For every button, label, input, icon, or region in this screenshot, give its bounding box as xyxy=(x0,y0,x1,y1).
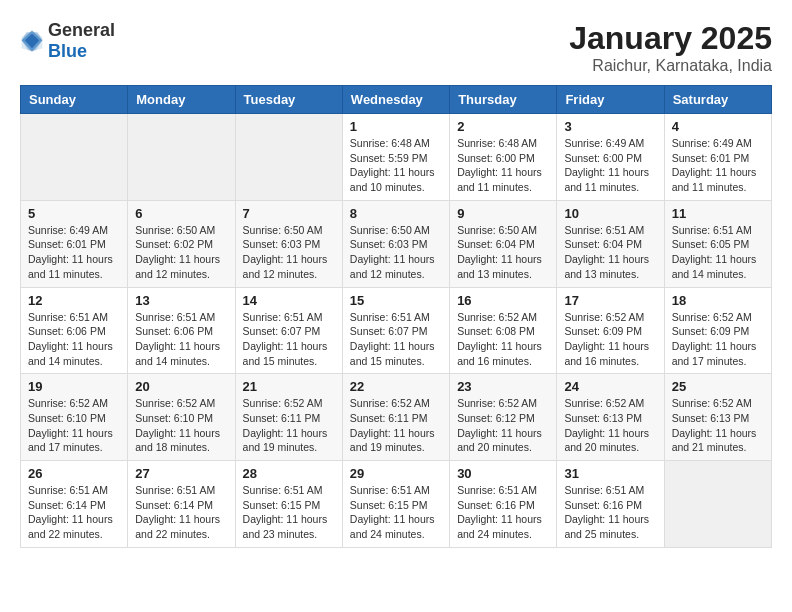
calendar-cell: 22Sunrise: 6:52 AM Sunset: 6:11 PM Dayli… xyxy=(342,374,449,461)
calendar-cell: 9Sunrise: 6:50 AM Sunset: 6:04 PM Daylig… xyxy=(450,200,557,287)
calendar-cell: 6Sunrise: 6:50 AM Sunset: 6:02 PM Daylig… xyxy=(128,200,235,287)
weekday-header-row: SundayMondayTuesdayWednesdayThursdayFrid… xyxy=(21,86,772,114)
calendar-body: 1Sunrise: 6:48 AM Sunset: 5:59 PM Daylig… xyxy=(21,114,772,548)
calendar-cell: 4Sunrise: 6:49 AM Sunset: 6:01 PM Daylig… xyxy=(664,114,771,201)
day-number: 26 xyxy=(28,466,120,481)
day-info: Sunrise: 6:48 AM Sunset: 5:59 PM Dayligh… xyxy=(350,136,442,195)
day-info: Sunrise: 6:52 AM Sunset: 6:09 PM Dayligh… xyxy=(672,310,764,369)
calendar-cell xyxy=(128,114,235,201)
calendar-cell: 18Sunrise: 6:52 AM Sunset: 6:09 PM Dayli… xyxy=(664,287,771,374)
day-info: Sunrise: 6:51 AM Sunset: 6:07 PM Dayligh… xyxy=(350,310,442,369)
day-info: Sunrise: 6:49 AM Sunset: 6:01 PM Dayligh… xyxy=(672,136,764,195)
calendar-cell: 15Sunrise: 6:51 AM Sunset: 6:07 PM Dayli… xyxy=(342,287,449,374)
calendar-cell: 31Sunrise: 6:51 AM Sunset: 6:16 PM Dayli… xyxy=(557,461,664,548)
calendar-week-3: 12Sunrise: 6:51 AM Sunset: 6:06 PM Dayli… xyxy=(21,287,772,374)
day-number: 13 xyxy=(135,293,227,308)
day-info: Sunrise: 6:51 AM Sunset: 6:14 PM Dayligh… xyxy=(135,483,227,542)
day-number: 4 xyxy=(672,119,764,134)
logo-icon xyxy=(20,29,44,53)
calendar-cell: 29Sunrise: 6:51 AM Sunset: 6:15 PM Dayli… xyxy=(342,461,449,548)
calendar-cell xyxy=(21,114,128,201)
calendar-cell: 28Sunrise: 6:51 AM Sunset: 6:15 PM Dayli… xyxy=(235,461,342,548)
day-number: 25 xyxy=(672,379,764,394)
day-info: Sunrise: 6:52 AM Sunset: 6:10 PM Dayligh… xyxy=(28,396,120,455)
day-number: 27 xyxy=(135,466,227,481)
calendar-cell: 21Sunrise: 6:52 AM Sunset: 6:11 PM Dayli… xyxy=(235,374,342,461)
location-title: Raichur, Karnataka, India xyxy=(569,57,772,75)
day-info: Sunrise: 6:51 AM Sunset: 6:15 PM Dayligh… xyxy=(350,483,442,542)
day-info: Sunrise: 6:49 AM Sunset: 6:01 PM Dayligh… xyxy=(28,223,120,282)
logo-general: General xyxy=(48,20,115,40)
day-number: 30 xyxy=(457,466,549,481)
calendar-cell: 16Sunrise: 6:52 AM Sunset: 6:08 PM Dayli… xyxy=(450,287,557,374)
day-info: Sunrise: 6:51 AM Sunset: 6:15 PM Dayligh… xyxy=(243,483,335,542)
day-info: Sunrise: 6:50 AM Sunset: 6:04 PM Dayligh… xyxy=(457,223,549,282)
day-number: 24 xyxy=(564,379,656,394)
day-info: Sunrise: 6:50 AM Sunset: 6:03 PM Dayligh… xyxy=(350,223,442,282)
weekday-header-thursday: Thursday xyxy=(450,86,557,114)
day-info: Sunrise: 6:51 AM Sunset: 6:06 PM Dayligh… xyxy=(28,310,120,369)
day-number: 2 xyxy=(457,119,549,134)
day-info: Sunrise: 6:52 AM Sunset: 6:11 PM Dayligh… xyxy=(350,396,442,455)
day-info: Sunrise: 6:51 AM Sunset: 6:16 PM Dayligh… xyxy=(564,483,656,542)
weekday-header-monday: Monday xyxy=(128,86,235,114)
logo: General Blue xyxy=(20,20,115,62)
day-number: 31 xyxy=(564,466,656,481)
month-title: January 2025 xyxy=(569,20,772,57)
day-info: Sunrise: 6:48 AM Sunset: 6:00 PM Dayligh… xyxy=(457,136,549,195)
day-number: 15 xyxy=(350,293,442,308)
weekday-header-wednesday: Wednesday xyxy=(342,86,449,114)
day-info: Sunrise: 6:52 AM Sunset: 6:10 PM Dayligh… xyxy=(135,396,227,455)
weekday-header-friday: Friday xyxy=(557,86,664,114)
calendar-cell: 12Sunrise: 6:51 AM Sunset: 6:06 PM Dayli… xyxy=(21,287,128,374)
title-area: January 2025 Raichur, Karnataka, India xyxy=(569,20,772,75)
calendar-cell: 17Sunrise: 6:52 AM Sunset: 6:09 PM Dayli… xyxy=(557,287,664,374)
day-info: Sunrise: 6:52 AM Sunset: 6:09 PM Dayligh… xyxy=(564,310,656,369)
day-number: 21 xyxy=(243,379,335,394)
day-number: 18 xyxy=(672,293,764,308)
calendar-cell: 20Sunrise: 6:52 AM Sunset: 6:10 PM Dayli… xyxy=(128,374,235,461)
calendar-cell: 2Sunrise: 6:48 AM Sunset: 6:00 PM Daylig… xyxy=(450,114,557,201)
calendar-cell: 10Sunrise: 6:51 AM Sunset: 6:04 PM Dayli… xyxy=(557,200,664,287)
day-info: Sunrise: 6:52 AM Sunset: 6:08 PM Dayligh… xyxy=(457,310,549,369)
calendar-cell: 25Sunrise: 6:52 AM Sunset: 6:13 PM Dayli… xyxy=(664,374,771,461)
day-number: 7 xyxy=(243,206,335,221)
calendar-cell: 1Sunrise: 6:48 AM Sunset: 5:59 PM Daylig… xyxy=(342,114,449,201)
day-number: 5 xyxy=(28,206,120,221)
calendar-cell: 23Sunrise: 6:52 AM Sunset: 6:12 PM Dayli… xyxy=(450,374,557,461)
calendar-cell: 27Sunrise: 6:51 AM Sunset: 6:14 PM Dayli… xyxy=(128,461,235,548)
calendar-week-1: 1Sunrise: 6:48 AM Sunset: 5:59 PM Daylig… xyxy=(21,114,772,201)
day-info: Sunrise: 6:51 AM Sunset: 6:16 PM Dayligh… xyxy=(457,483,549,542)
day-info: Sunrise: 6:51 AM Sunset: 6:06 PM Dayligh… xyxy=(135,310,227,369)
calendar-cell: 3Sunrise: 6:49 AM Sunset: 6:00 PM Daylig… xyxy=(557,114,664,201)
day-number: 19 xyxy=(28,379,120,394)
calendar-cell: 24Sunrise: 6:52 AM Sunset: 6:13 PM Dayli… xyxy=(557,374,664,461)
calendar-cell: 30Sunrise: 6:51 AM Sunset: 6:16 PM Dayli… xyxy=(450,461,557,548)
day-info: Sunrise: 6:49 AM Sunset: 6:00 PM Dayligh… xyxy=(564,136,656,195)
day-number: 3 xyxy=(564,119,656,134)
day-number: 1 xyxy=(350,119,442,134)
calendar-cell xyxy=(664,461,771,548)
day-info: Sunrise: 6:52 AM Sunset: 6:13 PM Dayligh… xyxy=(564,396,656,455)
day-number: 17 xyxy=(564,293,656,308)
day-number: 22 xyxy=(350,379,442,394)
calendar-cell: 13Sunrise: 6:51 AM Sunset: 6:06 PM Dayli… xyxy=(128,287,235,374)
day-number: 20 xyxy=(135,379,227,394)
calendar-week-2: 5Sunrise: 6:49 AM Sunset: 6:01 PM Daylig… xyxy=(21,200,772,287)
weekday-header-tuesday: Tuesday xyxy=(235,86,342,114)
calendar-week-4: 19Sunrise: 6:52 AM Sunset: 6:10 PM Dayli… xyxy=(21,374,772,461)
day-info: Sunrise: 6:52 AM Sunset: 6:13 PM Dayligh… xyxy=(672,396,764,455)
day-number: 11 xyxy=(672,206,764,221)
calendar-cell xyxy=(235,114,342,201)
day-number: 29 xyxy=(350,466,442,481)
day-number: 23 xyxy=(457,379,549,394)
calendar-cell: 8Sunrise: 6:50 AM Sunset: 6:03 PM Daylig… xyxy=(342,200,449,287)
logo-blue: Blue xyxy=(48,41,87,61)
calendar-cell: 5Sunrise: 6:49 AM Sunset: 6:01 PM Daylig… xyxy=(21,200,128,287)
day-info: Sunrise: 6:50 AM Sunset: 6:02 PM Dayligh… xyxy=(135,223,227,282)
day-number: 28 xyxy=(243,466,335,481)
day-number: 10 xyxy=(564,206,656,221)
calendar-week-5: 26Sunrise: 6:51 AM Sunset: 6:14 PM Dayli… xyxy=(21,461,772,548)
weekday-header-saturday: Saturday xyxy=(664,86,771,114)
day-number: 12 xyxy=(28,293,120,308)
